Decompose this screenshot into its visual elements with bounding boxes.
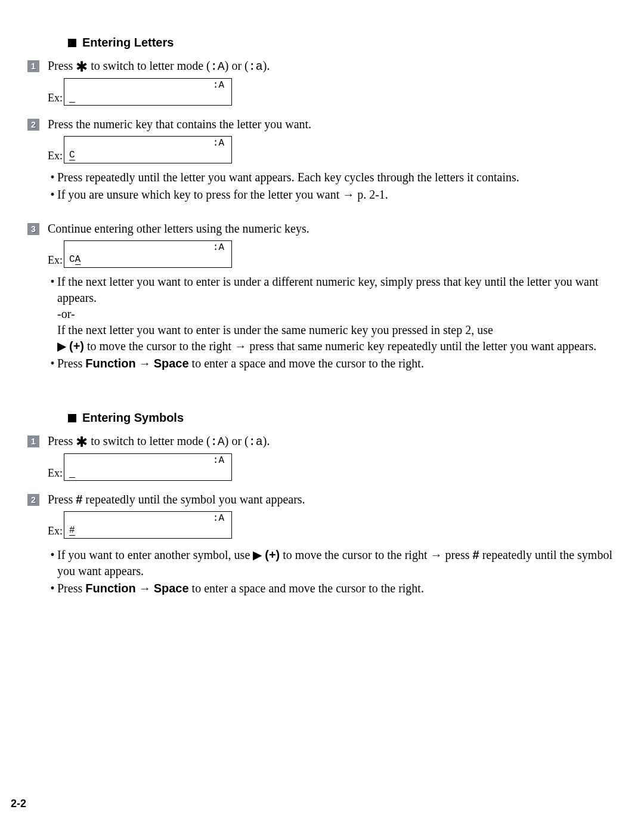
- lcd-display: :A CA: [64, 240, 232, 268]
- lcd-display: :A: [64, 78, 232, 106]
- note-text: Press Function → Space to enter a space …: [57, 356, 626, 372]
- t: ) or (: [225, 434, 249, 447]
- step-notes: • If you want to enter another symbol, u…: [48, 547, 626, 597]
- t: to move the cursor to the right: [280, 548, 430, 561]
- t: ) or (: [225, 59, 249, 72]
- heading-text: Entering Symbols: [82, 411, 184, 425]
- note-item: •Press repeatedly until the letter you w…: [48, 169, 626, 186]
- t: Press: [57, 357, 85, 370]
- display-mode: :A: [213, 138, 224, 149]
- bullet-icon: •: [48, 187, 57, 203]
- t: ).: [263, 434, 270, 447]
- cursor-char: #: [69, 526, 75, 536]
- section-heading-letters: Entering Letters: [68, 36, 626, 50]
- key-label: #: [473, 548, 479, 561]
- bullet-icon: •: [48, 547, 57, 563]
- display-mode: :A: [213, 242, 224, 253]
- key-label: #: [76, 493, 82, 506]
- key-label: Space: [154, 357, 189, 370]
- star-icon: ✱: [76, 59, 88, 75]
- step-instruction: Press the numeric key that contains the …: [48, 116, 626, 132]
- example-label: Ex:: [48, 150, 63, 163]
- t: Press: [48, 493, 76, 506]
- symbols-step-1: 1 Press ✱ to switch to letter mode (:A) …: [12, 433, 626, 487]
- t: to enter a space and move the cursor to …: [189, 357, 424, 370]
- letters-step-2: 2 Press the numeric key that contains th…: [12, 116, 626, 216]
- display-example: Ex: :A C: [48, 136, 626, 163]
- t: If you want to enter another symbol, use: [57, 548, 253, 561]
- note-text: Press repeatedly until the letter you wa…: [57, 169, 626, 186]
- example-label: Ex:: [48, 92, 63, 106]
- display-content: [69, 467, 75, 478]
- square-bullet-icon: [68, 414, 76, 422]
- heading-text: Entering Letters: [82, 36, 174, 50]
- t: Press: [48, 59, 76, 72]
- cursor-char: C: [69, 150, 75, 160]
- plus-label: (+): [265, 548, 280, 561]
- key-label: Space: [154, 582, 189, 595]
- note-item: • If the next letter you want to enter i…: [48, 274, 626, 354]
- note-text: If the next letter you want to enter is …: [57, 274, 626, 354]
- display-content: CA: [69, 254, 80, 265]
- note-text: If you want to enter another symbol, use…: [57, 547, 626, 579]
- step-instruction: Press # repeatedly until the symbol you …: [48, 492, 626, 508]
- t: to switch to letter mode (: [88, 434, 210, 447]
- arrow-icon: →: [139, 357, 151, 370]
- mode-code: :A: [210, 435, 225, 449]
- t: to switch to letter mode (: [88, 59, 210, 72]
- star-icon: ✱: [76, 434, 88, 450]
- note-item: • Press Function → Space to enter a spac…: [48, 580, 626, 597]
- t: If the next letter you want to enter is …: [57, 275, 599, 304]
- mode-code: :a: [249, 60, 263, 73]
- triangle-right-icon: ▶: [57, 338, 66, 354]
- arrow-icon: →: [139, 582, 151, 595]
- bullet-icon: •: [48, 274, 57, 290]
- bullet-icon: •: [48, 580, 57, 597]
- section-heading-symbols: Entering Symbols: [68, 411, 626, 425]
- t: to enter a space and move the cursor to …: [189, 582, 424, 595]
- t: Press: [48, 434, 76, 447]
- key-label: Function: [85, 582, 135, 595]
- cursor-icon: [69, 95, 75, 103]
- note-item: • If you want to enter another symbol, u…: [48, 547, 626, 579]
- step-instruction: Continue entering other letters using th…: [48, 221, 626, 237]
- step-instruction: Press ✱ to switch to letter mode (:A) or…: [48, 58, 626, 75]
- letters-step-3: 3 Continue entering other letters using …: [12, 221, 626, 385]
- display-example: Ex: :A #: [48, 511, 626, 539]
- display-example: Ex: :A: [48, 78, 626, 106]
- mode-code: :A: [210, 60, 225, 73]
- bullet-icon: •: [48, 356, 57, 372]
- display-content: C: [69, 150, 75, 160]
- letters-step-1: 1 Press ✱ to switch to letter mode (:A) …: [12, 58, 626, 112]
- lcd-display: :A C: [64, 136, 232, 163]
- t: ).: [263, 59, 270, 72]
- display-mode: :A: [213, 80, 224, 91]
- char: C: [69, 254, 75, 265]
- display-example: Ex: :A CA: [48, 240, 626, 268]
- display-mode: :A: [213, 513, 224, 524]
- plus-label: (+): [69, 339, 84, 353]
- note-item: •If you are unsure which key to press fo…: [48, 187, 626, 203]
- triangle-right-icon: ▶: [253, 547, 262, 563]
- symbols-step-2: 2 Press # repeatedly until the symbol yo…: [12, 492, 626, 610]
- note-text: If you are unsure which key to press for…: [57, 187, 626, 203]
- step-number-badge: 1: [27, 435, 39, 447]
- example-label: Ex:: [48, 254, 63, 268]
- example-label: Ex:: [48, 525, 63, 539]
- step-notes: • If the next letter you want to enter i…: [48, 274, 626, 372]
- t: press: [442, 548, 472, 561]
- step-number-badge: 3: [27, 223, 39, 235]
- arrow-icon: →: [342, 188, 354, 201]
- step-number-badge: 2: [27, 119, 39, 131]
- t: p. 2-1.: [354, 188, 388, 201]
- square-bullet-icon: [68, 39, 76, 47]
- page-number: 2-2: [11, 798, 26, 810]
- key-label: Function: [85, 357, 135, 370]
- t: to move the cursor to the right: [87, 339, 234, 353]
- bullet-icon: •: [48, 169, 57, 186]
- note-text: Press Function → Space to enter a space …: [57, 580, 626, 597]
- lcd-display: :A #: [64, 511, 232, 539]
- t: -or-: [57, 307, 75, 320]
- lcd-display: :A: [64, 453, 232, 481]
- display-content: [69, 92, 75, 103]
